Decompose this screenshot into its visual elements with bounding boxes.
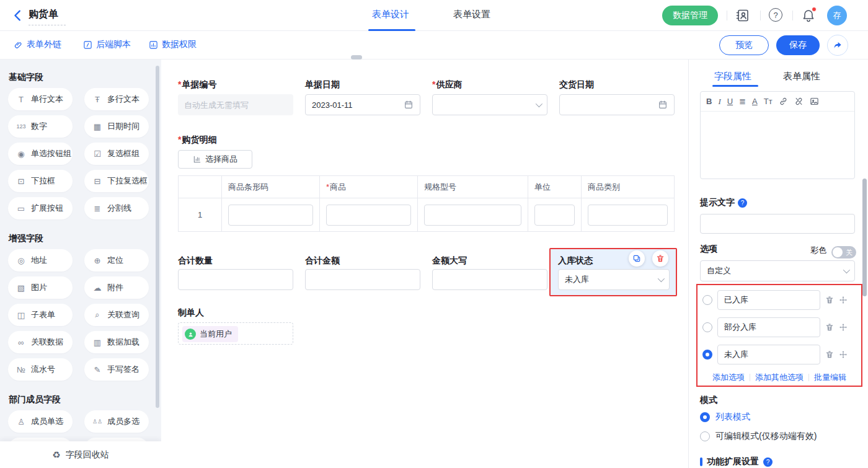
form-title[interactable]: 购货单 [29, 8, 58, 21]
hint-help-icon[interactable]: ? [738, 198, 747, 208]
delete-field-button[interactable] [652, 250, 668, 267]
tab-form-properties[interactable]: 表单属性 [783, 71, 820, 82]
delete-option-icon[interactable] [825, 350, 834, 359]
link-icon[interactable] [779, 97, 788, 106]
mode-list[interactable]: 列表模式 [700, 412, 750, 423]
section-title-basic-fields: 基础字段 [9, 72, 43, 83]
form-external-link[interactable]: 表单外链 [14, 39, 61, 50]
amount-words-input[interactable] [432, 269, 547, 290]
help-icon[interactable]: ? [769, 8, 782, 22]
stock-status-select[interactable]: 未入库 [558, 269, 670, 290]
data-manage-button[interactable]: 数据管理 [662, 6, 718, 25]
option-radio-selected[interactable] [702, 350, 712, 360]
sidebar-item-serial-number[interactable]: №流水号 [8, 358, 73, 381]
label-richtext-editor[interactable]: B I U ≣ A Tᴛ [700, 91, 855, 179]
pick-product-button[interactable]: 选择商品 [178, 150, 252, 169]
back-button[interactable] [11, 9, 25, 22]
move-option-icon[interactable] [839, 296, 848, 304]
sidebar-item-linked-query[interactable]: ⌕关联查询 [84, 304, 149, 326]
delete-option-icon[interactable] [825, 323, 834, 332]
color-toggle[interactable]: 关 [831, 246, 856, 258]
avatar[interactable]: 存 [827, 6, 847, 25]
sidebar-scrollbar-thumb[interactable] [156, 66, 159, 408]
supplier-select[interactable] [432, 94, 547, 115]
richtext-content[interactable] [701, 112, 854, 179]
unlink-icon[interactable] [794, 97, 804, 106]
sidebar-item-select[interactable]: ⊡下拉框 [8, 170, 73, 192]
add-other-option-link[interactable]: 添加其他选项 [755, 372, 804, 383]
tab-field-properties[interactable]: 字段属性 [714, 71, 751, 82]
option-radio[interactable] [702, 295, 712, 305]
toggle-state-text: 关 [846, 248, 852, 257]
sidebar-item-radio-group[interactable]: ◉单选按钮组 [8, 143, 73, 165]
save-button[interactable]: 保存 [776, 35, 820, 55]
total-qty-input[interactable] [178, 269, 293, 290]
bold-icon[interactable]: B [706, 97, 712, 106]
extension-help-icon[interactable]: ? [763, 457, 773, 467]
unit-input[interactable] [534, 205, 575, 226]
sidebar-item-checkbox-group[interactable]: ☑复选框组 [84, 143, 149, 165]
attachment-icon: ☁ [92, 283, 103, 293]
sidebar-item-divider[interactable]: ≣分割线 [84, 197, 149, 219]
sidebar-item-address[interactable]: ◎地址 [8, 249, 73, 272]
total-amount-input[interactable] [305, 269, 420, 290]
move-option-icon[interactable] [839, 323, 848, 332]
tab-form-settings[interactable]: 表单设置 [453, 9, 490, 20]
sidebar-item-multi-select[interactable]: ⊟下拉复选框 [84, 170, 149, 192]
option-radio[interactable] [702, 322, 712, 332]
delivery-date-input[interactable] [559, 94, 675, 115]
product-input[interactable] [326, 205, 411, 226]
field-recycle-bin[interactable]: ♻ 字段回收站 [0, 441, 161, 468]
barcode-input[interactable] [228, 205, 313, 226]
sidebar-item-member-single[interactable]: ♙成员单选 [8, 410, 73, 433]
sidebar-item-multi-line-text[interactable]: Ŧ多行文本 [84, 88, 149, 110]
share-button[interactable] [827, 35, 848, 56]
sidebar-item-member-multi[interactable]: ♙♙成员多选 [84, 410, 149, 433]
sidebar-item-image[interactable]: ▧图片 [8, 276, 73, 299]
option-row [702, 317, 857, 337]
font-color-icon[interactable]: A [752, 97, 758, 106]
move-option-icon[interactable] [839, 350, 848, 359]
sidebar-item-signature[interactable]: ✎手写签名 [84, 358, 149, 381]
doc-no-input[interactable] [178, 94, 293, 115]
sidebar-item-data-load[interactable]: ▥数据加载 [84, 331, 149, 353]
delete-option-icon[interactable] [825, 296, 834, 304]
sidebar-item-number[interactable]: 123数字 [8, 115, 73, 138]
mode-editable[interactable]: 可编辑模式(仅移动端有效) [700, 431, 817, 442]
tab-form-design[interactable]: 表单设计 [372, 9, 409, 20]
spec-input[interactable] [424, 205, 521, 226]
font-size-icon[interactable]: Tᴛ [764, 97, 773, 106]
insert-image-icon[interactable] [810, 97, 819, 106]
sidebar-item-subform[interactable]: ◫子表单 [8, 304, 73, 326]
align-icon[interactable]: ≣ [739, 97, 746, 106]
option-value-input[interactable] [717, 317, 820, 337]
option-value-input[interactable] [717, 345, 820, 364]
hint-text-input[interactable] [700, 214, 855, 234]
preview-button[interactable]: 预览 [719, 35, 769, 55]
backend-script-link[interactable]: 后端脚本 [83, 39, 131, 50]
add-option-link[interactable]: 添加选项 [712, 372, 745, 383]
sidebar-item-datetime[interactable]: ▦日期时间 [84, 115, 149, 138]
copy-field-button[interactable] [629, 250, 645, 267]
sidebar-item-linked-data[interactable]: ∞关联数据 [8, 331, 73, 353]
category-input[interactable] [588, 205, 668, 226]
scrollbar-thumb[interactable] [351, 55, 362, 60]
option-value-input[interactable] [717, 290, 820, 310]
sidebar-item-single-line-text[interactable]: T单行文本 [8, 88, 73, 110]
creator-field[interactable]: 当前用户 [178, 322, 293, 345]
sidebar-item-attachment[interactable]: ☁附件 [84, 276, 149, 299]
batch-edit-link[interactable]: 批量编辑 [814, 372, 846, 383]
sidebar-item-extend-button[interactable]: ▭扩展按钮 [8, 197, 73, 219]
doc-date-input[interactable]: 2023-01-11 [305, 94, 420, 115]
option-source-select[interactable]: 自定义 [700, 260, 855, 281]
underline-icon[interactable]: U [727, 97, 733, 106]
sidebar-item-location[interactable]: ⊕定位 [84, 249, 149, 272]
data-permission-link[interactable]: 数据权限 [149, 39, 197, 50]
selected-field-stock-status[interactable]: 入库状态 未入库 [549, 248, 677, 296]
panel-scrollbar-thumb[interactable] [862, 179, 867, 296]
notification-bell-icon[interactable] [801, 8, 816, 23]
contacts-book-icon[interactable] [735, 8, 750, 23]
number-icon: 123 [16, 123, 27, 130]
title-rename-underline [29, 25, 66, 25]
italic-icon[interactable]: I [718, 97, 720, 107]
